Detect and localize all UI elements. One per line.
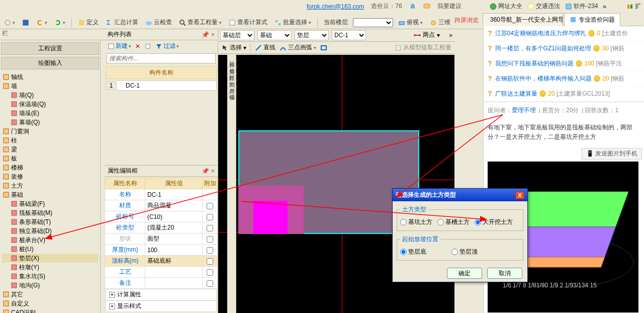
- tree-item[interactable]: 土方: [2, 181, 98, 190]
- qa-item[interactable]: ?江苏04定额钢筋电渣压力焊与绑扎 🪙 0 [土建造价: [484, 26, 644, 41]
- vtool-btn[interactable]: 修剪: [227, 61, 237, 67]
- vtool-btn[interactable]: 打断: [227, 67, 237, 74]
- viewexpr-btn[interactable]: 查看计算式: [227, 17, 269, 28]
- prop-check[interactable]: [207, 236, 213, 243]
- browser-tab-active[interactable]: 专业造价问题: [564, 13, 620, 26]
- arc-tool[interactable]: 三点画弧: [280, 43, 316, 52]
- vtool-btn[interactable]: 延伸: [227, 54, 237, 61]
- vtool-btn[interactable]: 对齐: [227, 81, 237, 87]
- tree-item[interactable]: 墙垛(E): [2, 109, 98, 118]
- section-project[interactable]: 工程设置: [1, 42, 99, 55]
- tree-item[interactable]: 柱墩(Y): [2, 263, 98, 272]
- define-btn[interactable]: 定义: [76, 17, 101, 28]
- nav-soft[interactable]: 软件-234: [565, 2, 598, 11]
- nav-ext[interactable]: 扩: [626, 2, 641, 11]
- nav-sitedir[interactable]: 网址大全: [490, 2, 522, 11]
- prop-row[interactable]: 厚度(mm)100: [105, 245, 218, 256]
- viewqty-btn[interactable]: 查看工程量: [177, 17, 224, 28]
- sel-comp[interactable]: DC-1: [332, 30, 366, 40]
- delete-btn[interactable]: ✕: [135, 43, 140, 50]
- tree-item[interactable]: 自定义: [2, 299, 98, 308]
- extract-btn[interactable]: 从模型提取工程量: [395, 43, 451, 52]
- redo-btn[interactable]: [52, 18, 67, 27]
- suggest-link[interactable]: 我要建议: [437, 2, 462, 11]
- qa-item[interactable]: ?在钢筋软件中，楼梯单构件输入问题 🪙 20 [钢筋: [484, 71, 644, 87]
- dd-1[interactable]: [2, 18, 17, 27]
- qa-item[interactable]: ?我想问下筏板基础的钢筋问题 🪙 100 [钢筋平法: [484, 56, 644, 71]
- prop-check[interactable]: [207, 258, 213, 265]
- prop-row[interactable]: 工艺: [105, 267, 218, 278]
- nav-traffic[interactable]: 交通违法: [527, 2, 560, 11]
- tree-item[interactable]: 筏板基础(M): [2, 208, 98, 217]
- copy-btn[interactable]: [144, 42, 151, 50]
- section-draw[interactable]: 绘图输入: [1, 57, 99, 69]
- sel-type[interactable]: 垫层: [295, 30, 329, 40]
- qa-item[interactable]: ?广联达土建算量 🪙 20 [土建算量GCL2013]: [484, 87, 644, 102]
- close-icon[interactable]: ×: [211, 168, 215, 175]
- dialog-titlebar[interactable]: 请选择生成的土方类型 X: [393, 189, 527, 201]
- chat-icon[interactable]: [423, 3, 430, 10]
- prop-row[interactable]: 砼标号(C10): [105, 211, 218, 222]
- region-magenta[interactable]: [253, 201, 288, 234]
- tree-item[interactable]: 地沟(G): [2, 281, 98, 290]
- sel-layer[interactable]: 基础层: [220, 30, 254, 40]
- 3d-btn[interactable]: 三维: [428, 17, 452, 28]
- sel-cat[interactable]: 基础: [257, 30, 292, 40]
- dialog-close-btn[interactable]: X: [515, 191, 524, 199]
- vtool-btn[interactable]: 偏移: [227, 87, 237, 94]
- tree-item[interactable]: 墙(Q): [2, 91, 98, 100]
- cloudcheck-btn[interactable]: 云检查: [143, 17, 174, 28]
- two-point-tool[interactable]: 两点▾: [412, 29, 452, 41]
- prop-row[interactable]: 形状面型: [105, 233, 218, 245]
- tree-item[interactable]: 其它: [2, 290, 98, 299]
- tree-item[interactable]: 保温墙(Q): [2, 100, 98, 109]
- expand-calc[interactable]: +计算属性: [106, 289, 217, 300]
- pin-icon[interactable]: 📌: [202, 31, 209, 38]
- floor-select[interactable]: [353, 18, 393, 27]
- ok-button[interactable]: 确定: [447, 268, 482, 279]
- tree-item[interactable]: 垫层(X): [2, 254, 98, 263]
- expand-disp[interactable]: +显示样式: [106, 300, 217, 312]
- qa-link[interactable]: 同一楼层，有多个GZ1问题如何处理: [495, 45, 591, 52]
- tree-item[interactable]: 板: [2, 154, 98, 163]
- prop-row[interactable]: 材质商品混凝: [105, 200, 218, 211]
- rect-tool[interactable]: [320, 44, 327, 51]
- search-input[interactable]: [107, 53, 216, 63]
- radio-top[interactable]: 垫层顶: [451, 248, 478, 256]
- tree-item[interactable]: 门窗洞: [2, 127, 98, 136]
- tree-item[interactable]: CAD识别: [2, 308, 98, 313]
- tree-item[interactable]: 集水坑(S): [2, 272, 98, 281]
- send-pic-btn[interactable]: 📱 发送图片到手机: [582, 148, 642, 160]
- new-btn[interactable]: 新建: [108, 42, 131, 50]
- prop-row[interactable]: 顶标高(m)基础底标: [105, 256, 218, 267]
- nav-more[interactable]: »: [603, 3, 606, 10]
- select-tool[interactable]: 选择 ▾: [221, 43, 246, 52]
- tree-item[interactable]: 梁: [2, 145, 98, 154]
- sumcalc-btn[interactable]: Σ汇总计算: [104, 17, 140, 28]
- tree-item[interactable]: 桩(U): [2, 245, 98, 254]
- qa-link[interactable]: 江苏04定额钢筋电渣压力焊与绑扎: [495, 30, 586, 37]
- radio-pit[interactable]: 基坑土方: [400, 218, 432, 226]
- prop-check[interactable]: [207, 269, 213, 276]
- tree-item[interactable]: 条形基础(T): [2, 217, 98, 226]
- tree-item[interactable]: 楼梯: [2, 163, 98, 172]
- prop-check[interactable]: [207, 247, 213, 254]
- radio-bigdig[interactable]: 大开挖土方: [475, 218, 513, 226]
- prop-check[interactable]: [207, 225, 213, 231]
- tree-item[interactable]: 墙: [2, 82, 98, 91]
- bell-icon[interactable]: [409, 3, 416, 10]
- filter-btn[interactable]: 过滤: [155, 42, 179, 50]
- tree-item[interactable]: 轴线: [2, 72, 98, 82]
- prop-check[interactable]: [207, 203, 213, 209]
- topview-btn[interactable]: 俯视: [396, 17, 425, 28]
- prop-row[interactable]: 备注: [105, 278, 218, 289]
- pin-icon[interactable]: 📌: [202, 168, 209, 175]
- prop-row[interactable]: 名称DC-1: [105, 189, 218, 200]
- qa-item[interactable]: ?同一楼层，有多个GZ1问题如何处理 🪙 30 [钢筋: [484, 41, 644, 56]
- prop-row[interactable]: 砼类型(混凝土20: [105, 222, 218, 233]
- tree-item[interactable]: 基础梁(F): [2, 199, 98, 208]
- qa-link[interactable]: 在钢筋软件中，楼梯单构件输入问题: [495, 75, 592, 82]
- tree-item[interactable]: 桩承台(V): [2, 236, 98, 245]
- tree-item[interactable]: 装修: [2, 172, 98, 181]
- qa-link[interactable]: 广联达土建算量: [495, 90, 537, 97]
